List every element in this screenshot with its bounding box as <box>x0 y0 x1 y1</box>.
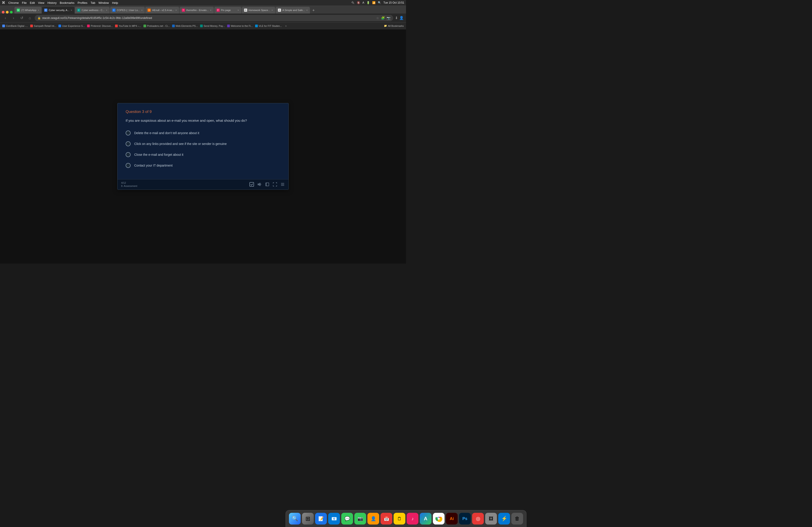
tab-cybersecurity-close[interactable]: × <box>71 9 72 12</box>
profile-icon[interactable]: 👤 <box>399 16 404 20</box>
bookmark-sampath-label: Sampath Retail Int... <box>34 25 56 27</box>
menu-bookmarks[interactable]: Bookmarks <box>60 1 74 4</box>
bookmark-webelements[interactable]: Web Elements PS... <box>172 25 198 27</box>
screenshot-icon[interactable]: 📷 <box>387 16 390 20</box>
quiz-check-button[interactable] <box>249 182 254 187</box>
quiz-body: Question 3 of 9 If you are suspicious ab… <box>117 103 289 179</box>
menubar-right: 🔌 🔇 A 🔋 📶 🔍 Tue 15 Oct 10:51 <box>351 1 404 4</box>
tab-henull-label: HEnull - v2.5.4-ne... <box>152 9 174 12</box>
tab-henull[interactable]: H HEnull - v2.5.4-ne... × <box>145 7 179 14</box>
extensions-icon[interactable]: 🧩 <box>381 16 385 20</box>
addressbar: ‹ › ↺ ⌂ 🔒 stacdn.seagull.no/OLP/elearnin… <box>0 14 406 22</box>
bookmark-combank-icon <box>2 25 5 27</box>
bookmark-pinterest[interactable]: Pinterest: Discove... <box>87 25 113 27</box>
menu-help[interactable]: Help <box>112 1 118 4</box>
bookmark-welcome[interactable]: Welcome to the Fi... <box>227 25 253 27</box>
tab-copes-label: COPES (:::User Lo... <box>117 9 140 12</box>
new-tab-button[interactable]: + <box>310 7 317 14</box>
quiz-radio-b[interactable] <box>126 141 131 146</box>
bookmark-vle[interactable]: VLE for FIT Studen... <box>255 25 282 27</box>
maximize-button[interactable] <box>10 11 13 14</box>
quiz-controls <box>249 182 285 187</box>
quiz-option-d[interactable]: Contact your IT department <box>126 163 280 168</box>
bookmark-sampath[interactable]: Sampath Retail Int... <box>30 25 56 27</box>
tab-simple[interactable]: A A Simple and Safe... × <box>276 7 310 14</box>
tab-pin-close[interactable]: × <box>237 9 239 12</box>
menu-file[interactable]: File <box>22 1 27 4</box>
tab-homework-close[interactable]: × <box>272 9 273 12</box>
menubar-mute: 🔇 <box>357 1 360 4</box>
folder-label: All Bookmarks <box>388 25 404 27</box>
svg-marker-1 <box>258 183 260 186</box>
bookmark-combank[interactable]: ComBank Digital -... <box>2 25 28 27</box>
bookmark-star-icon[interactable]: ☆ <box>376 16 379 20</box>
quiz-notes-button[interactable] <box>265 182 270 187</box>
quiz-slide-section: 8. Assessment <box>121 185 137 187</box>
tab-homework[interactable]: H Homework Space... × <box>242 7 275 14</box>
back-button[interactable]: ‹ <box>2 15 9 21</box>
bookmark-sendmoney[interactable]: Send Money, Pay... <box>200 25 225 27</box>
tab-pin[interactable]: P Pin page × <box>214 7 241 14</box>
bookmark-preloaders-icon <box>143 25 146 27</box>
bookmark-ux[interactable]: User Experience S... <box>58 25 85 27</box>
menu-history[interactable]: History <box>47 1 57 4</box>
menu-edit[interactable]: Edit <box>30 1 35 4</box>
bookmark-youtube[interactable]: YouTube In MP4 –... <box>115 25 141 27</box>
tab-whatsapp-close[interactable]: × <box>38 9 39 12</box>
menubar-search[interactable]: 🔍 <box>378 1 381 4</box>
quiz-radio-c[interactable] <box>126 152 131 157</box>
tab-whatsapp-label: (7) WhatsApp <box>21 9 36 12</box>
tab-cybersecurity[interactable]: C Cyber security, A... × <box>42 7 74 14</box>
menu-window[interactable]: Window <box>98 1 109 4</box>
quiz-option-b-text: Click on any links provided and see if t… <box>134 142 227 146</box>
quiz-option-c[interactable]: Close the e-mail and forget about it <box>126 152 280 157</box>
bookmark-vle-label: VLE for FIT Studen... <box>259 25 282 27</box>
quiz-slide-number: 4/12 <box>121 181 137 184</box>
tab-themefire-close[interactable]: × <box>210 9 211 12</box>
quiz-fullscreen-button[interactable] <box>273 182 277 187</box>
quiz-option-a[interactable]: Delete the e-mail and don't tell anyone … <box>126 131 280 135</box>
apple-menu[interactable]: ⌘ <box>2 1 5 5</box>
bookmarks-folder[interactable]: 📁 All Bookmarks <box>384 24 404 27</box>
tab-cyberwellness-close[interactable]: × <box>106 9 107 12</box>
minimize-button[interactable] <box>6 11 9 14</box>
tab-whatsapp[interactable]: W (7) WhatsApp × <box>14 7 42 14</box>
menu-profiles[interactable]: Profiles <box>77 1 87 4</box>
bookmarks-bar: ComBank Digital -... Sampath Retail Int.… <box>0 22 406 29</box>
tab-simple-close[interactable]: × <box>306 9 308 12</box>
menu-view[interactable]: View <box>38 1 44 4</box>
quiz-radio-a[interactable] <box>126 131 131 135</box>
forward-button[interactable]: › <box>10 15 17 21</box>
quiz-radio-inner-a <box>127 132 129 134</box>
tab-copes-close[interactable]: × <box>141 9 143 12</box>
tab-copes[interactable]: C COPES (:::User Lo... × <box>110 7 145 14</box>
download-icon[interactable]: ⬇ <box>395 16 398 20</box>
quiz-options: Delete the e-mail and don't tell anyone … <box>126 131 280 168</box>
url-bar[interactable]: 🔒 stacdn.seagull.no/OLP/elearning/detail… <box>35 15 393 21</box>
main-content: Question 3 of 9 If you are suspicious ab… <box>0 29 406 264</box>
bookmark-preloaders[interactable]: Preloaders.net - Ci... <box>143 25 170 27</box>
bookmark-pinterest-label: Pinterest: Discove... <box>91 25 113 27</box>
refresh-button[interactable]: ↺ <box>18 15 25 21</box>
tabbar: W (7) WhatsApp × C Cyber security, A... … <box>0 5 406 14</box>
bookmark-webelements-icon <box>172 25 175 27</box>
menu-tab[interactable]: Tab <box>90 1 95 4</box>
tab-themefire[interactable]: T themefire - Envato... × <box>179 7 214 14</box>
quiz-option-b[interactable]: Click on any links provided and see if t… <box>126 141 280 146</box>
home-button[interactable]: ⌂ <box>27 15 33 21</box>
quiz-menu-button[interactable] <box>280 182 285 187</box>
close-button[interactable] <box>2 11 4 14</box>
quiz-radio-d[interactable] <box>126 163 131 168</box>
quiz-footer: 4/12 8. Assessment <box>117 179 289 190</box>
tab-cyberwellness[interactable]: C Cyber wellness - C... × <box>75 7 110 14</box>
quiz-volume-button[interactable] <box>257 182 262 187</box>
bookmarks-overflow[interactable]: » <box>285 24 287 28</box>
menubar-wifi: 📶 <box>372 1 376 4</box>
menubar: ⌘ Chrome File Edit View History Bookmark… <box>0 0 406 5</box>
bookmark-webelements-label: Web Elements PS... <box>176 25 198 27</box>
tab-copes-favicon: C <box>112 9 115 12</box>
menu-chrome[interactable]: Chrome <box>8 1 19 4</box>
quiz-card: Question 3 of 9 If you are suspicious ab… <box>117 103 289 190</box>
tab-henull-close[interactable]: × <box>175 9 177 12</box>
menubar-extensions: 🔌 <box>351 1 354 4</box>
